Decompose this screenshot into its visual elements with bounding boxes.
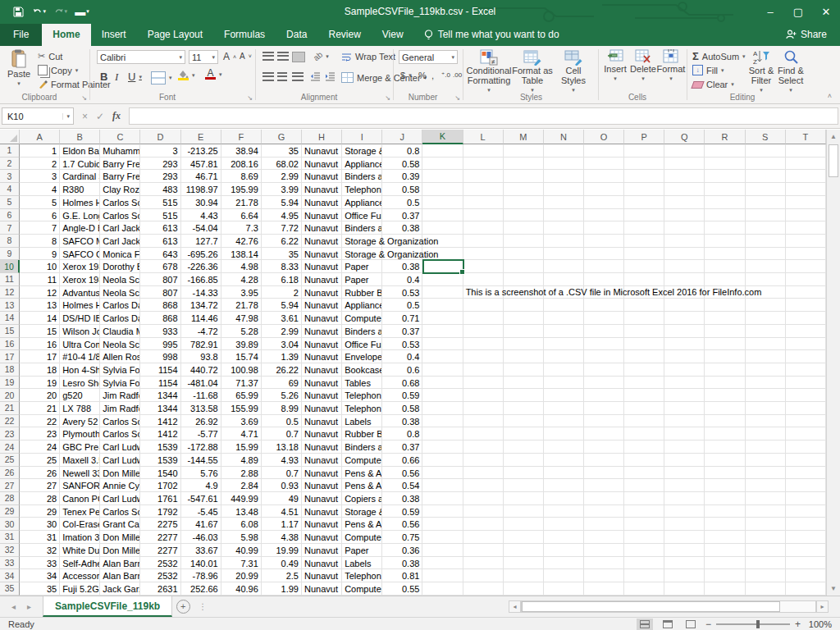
cell-P24[interactable] xyxy=(624,441,664,454)
cell-O21[interactable] xyxy=(584,402,624,415)
cell-I3[interactable]: Binders ar xyxy=(342,170,382,183)
row-header-3[interactable]: 3 xyxy=(0,170,20,183)
cell-O7[interactable] xyxy=(584,221,624,235)
row-header-23[interactable]: 23 xyxy=(0,427,20,441)
cell-O34[interactable] xyxy=(584,569,624,582)
cell-O32[interactable] xyxy=(584,544,624,557)
cell-E32[interactable]: 33.67 xyxy=(181,544,221,557)
cell-D3[interactable]: 293 xyxy=(140,170,180,183)
bold-button[interactable]: B xyxy=(100,71,107,83)
cell-E35[interactable]: 252.66 xyxy=(181,582,221,596)
cell-C8[interactable]: Carl Jacks xyxy=(100,235,140,248)
cell-E4[interactable]: 1198.97 xyxy=(181,183,221,196)
cell-S3[interactable] xyxy=(746,170,786,183)
cell-N2[interactable] xyxy=(544,158,584,171)
row-header-16[interactable]: 16 xyxy=(0,338,20,351)
cell-J29[interactable]: 0.59 xyxy=(382,505,422,518)
cell-C4[interactable]: Clay Rozei xyxy=(100,183,140,196)
cell-M30[interactable] xyxy=(504,518,544,531)
cell-E24[interactable]: -172.88 xyxy=(181,441,221,454)
cell-J1[interactable]: 0.8 xyxy=(382,144,422,158)
cell-T5[interactable] xyxy=(786,196,826,209)
prev-sheet-icon[interactable]: ◂ xyxy=(11,602,16,611)
cell-A11[interactable]: 11 xyxy=(20,273,60,286)
sheet-tab-active[interactable]: SampleCSVFile_119kb xyxy=(43,596,172,617)
cell-C27[interactable]: Annie Cyp xyxy=(100,479,140,492)
cell-E7[interactable]: -54.04 xyxy=(181,221,221,235)
cell-B11[interactable]: Xerox 198 xyxy=(60,273,100,286)
cell-J14[interactable]: 0.71 xyxy=(382,312,422,325)
cell-Q11[interactable] xyxy=(664,273,705,286)
scroll-up-icon[interactable]: ▲ xyxy=(827,130,840,144)
tab-home[interactable]: Home xyxy=(42,24,90,46)
cell-Q35[interactable] xyxy=(664,582,705,596)
formula-input[interactable] xyxy=(129,107,838,125)
cell-G14[interactable]: 3.61 xyxy=(262,312,302,325)
cell-A28[interactable]: 28 xyxy=(20,492,60,505)
cell-B3[interactable]: Cardinal S xyxy=(60,170,100,183)
cell-R4[interactable] xyxy=(705,183,745,196)
cell-C34[interactable]: Alan Barn xyxy=(100,569,140,582)
cell-C28[interactable]: Carl Ludw xyxy=(100,492,140,505)
cell-J35[interactable]: 0.55 xyxy=(382,582,422,596)
cell-I7[interactable]: Binders ar xyxy=(342,221,382,235)
cell-B6[interactable]: G.E. Longe xyxy=(60,209,100,222)
decrease-font-icon[interactable]: A˅ xyxy=(240,52,252,61)
cell-A27[interactable]: 27 xyxy=(20,479,60,492)
cell-E1[interactable]: -213.25 xyxy=(181,144,221,158)
cell-C1[interactable]: Muhamme xyxy=(100,144,140,158)
cell-T20[interactable] xyxy=(786,389,826,402)
cell-D7[interactable]: 613 xyxy=(140,221,180,235)
cell-K24[interactable] xyxy=(422,441,463,454)
cell-I11[interactable]: Paper xyxy=(342,273,382,286)
cell-D6[interactable]: 515 xyxy=(140,209,180,222)
cell-D5[interactable]: 515 xyxy=(140,196,180,209)
cell-O13[interactable] xyxy=(584,299,624,312)
cell-R35[interactable] xyxy=(705,582,745,596)
cell-S8[interactable] xyxy=(746,235,786,248)
cell-A6[interactable]: 6 xyxy=(20,209,60,222)
cell-J19[interactable]: 0.68 xyxy=(382,377,422,390)
confirm-entry-icon[interactable]: ✓ xyxy=(96,111,104,122)
cell-N3[interactable] xyxy=(544,170,584,183)
cell-I25[interactable]: Computer xyxy=(342,454,382,467)
cell-N35[interactable] xyxy=(544,582,584,596)
cell-C6[interactable]: Carlos Sol xyxy=(100,209,140,222)
cell-P8[interactable] xyxy=(624,235,664,248)
align-middle-button[interactable] xyxy=(277,52,289,61)
cell-M20[interactable] xyxy=(504,389,544,402)
cell-L18[interactable] xyxy=(463,363,504,377)
row-header-18[interactable]: 18 xyxy=(0,363,20,377)
cell-N31[interactable] xyxy=(544,531,584,544)
cell-F3[interactable]: 8.69 xyxy=(221,170,262,183)
align-top-button[interactable] xyxy=(262,52,274,61)
cell-S1[interactable] xyxy=(746,144,786,158)
cell-T27[interactable] xyxy=(786,479,826,492)
cell-T31[interactable] xyxy=(786,531,826,544)
cell-F11[interactable]: 4.28 xyxy=(221,273,262,286)
wrap-text-button[interactable]: Wrap Text xyxy=(341,52,395,62)
cell-M34[interactable] xyxy=(504,569,544,582)
cell-S4[interactable] xyxy=(746,183,786,196)
cell-T1[interactable] xyxy=(786,144,826,158)
cell-T15[interactable] xyxy=(786,325,826,338)
cell-D2[interactable]: 293 xyxy=(140,158,180,171)
cell-J28[interactable]: 0.38 xyxy=(382,492,422,505)
fill-button[interactable]: ↓Fill▾ xyxy=(692,65,724,75)
cell-N21[interactable] xyxy=(544,402,584,415)
cell-F19[interactable]: 71.37 xyxy=(221,377,262,390)
cell-E33[interactable]: 140.01 xyxy=(181,557,221,570)
column-header-G[interactable]: G xyxy=(262,130,302,144)
paste-button[interactable]: Paste ▾ xyxy=(5,49,33,89)
cell-P28[interactable] xyxy=(624,492,664,505)
cell-K25[interactable] xyxy=(422,454,463,467)
cell-A31[interactable]: 31 xyxy=(20,531,60,544)
cell-G30[interactable]: 1.17 xyxy=(262,518,302,531)
cell-R6[interactable] xyxy=(705,209,745,222)
cell-M33[interactable] xyxy=(504,557,544,570)
insert-cells-button[interactable]: Insert▾ xyxy=(602,49,628,84)
cell-I21[interactable]: Telephon xyxy=(342,402,382,415)
cell-S34[interactable] xyxy=(746,569,786,582)
cell-J21[interactable]: 0.58 xyxy=(382,402,422,415)
column-header-T[interactable]: T xyxy=(786,130,826,144)
